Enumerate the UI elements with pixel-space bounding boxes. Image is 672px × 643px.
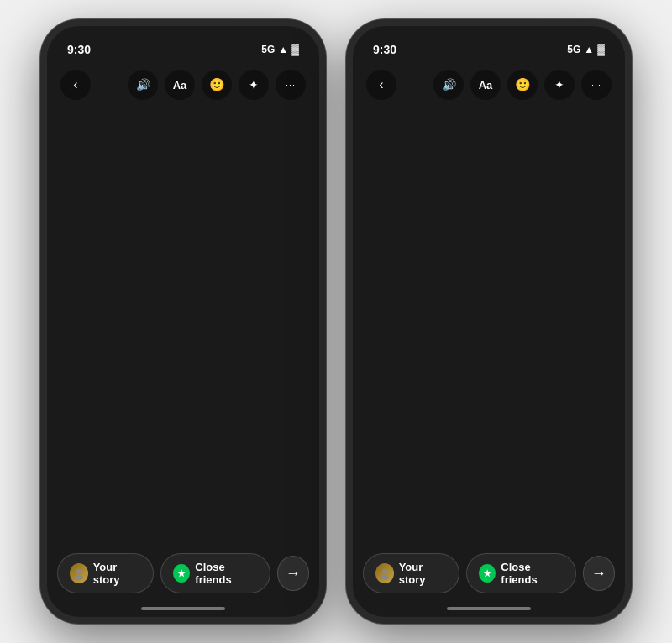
camera-notch-right: [477, 33, 501, 41]
camera-notch-left: [171, 33, 195, 41]
phone-screen-left: 9:30 5G ▲ ▓ ‹ 🔊 Aa 🙂: [47, 26, 319, 617]
your-story-button-left[interactable]: Your story: [57, 553, 154, 593]
green-circle-left: ★: [173, 564, 190, 583]
more-icon-left: ···: [286, 80, 296, 90]
emoji-icon-right: 🙂: [515, 77, 531, 92]
flower-background-left: [47, 26, 319, 617]
send-button-left[interactable]: →: [277, 556, 309, 591]
back-button-left[interactable]: ‹: [60, 70, 91, 100]
sound-button-right[interactable]: 🔊: [433, 70, 464, 100]
status-time-left: 9:30: [67, 43, 91, 56]
flower-background-right: [353, 26, 625, 617]
svg-point-3: [381, 575, 389, 580]
status-time-right: 9:30: [373, 43, 396, 56]
text-icon-right: Aa: [479, 79, 493, 91]
wifi-icon-left: ▲: [278, 44, 288, 55]
more-button-right[interactable]: ···: [581, 70, 612, 100]
emoji-button-right[interactable]: 🙂: [507, 70, 538, 100]
text-button-right[interactable]: Aa: [470, 70, 501, 100]
effects-icon-left: ✦: [249, 78, 259, 91]
back-button-right[interactable]: ‹: [366, 70, 396, 100]
more-icon-right: ···: [591, 80, 601, 90]
close-friends-label-right: Close friends: [501, 561, 563, 586]
send-button-right[interactable]: →: [583, 556, 615, 591]
text-button-left[interactable]: Aa: [165, 70, 195, 100]
text-icon-left: Aa: [173, 79, 187, 91]
flower-art-right: [353, 26, 625, 617]
dark-overlay-left: [47, 26, 319, 617]
svg-point-2: [382, 569, 387, 574]
phone-left: 9:30 5G ▲ ▓ ‹ 🔊 Aa 🙂: [40, 19, 326, 624]
avatar-left: [70, 563, 88, 583]
emoji-button-left[interactable]: 🙂: [202, 70, 232, 100]
toolbar-left: ‹ 🔊 Aa 🙂 ✦ ···: [47, 63, 319, 107]
svg-point-1: [75, 575, 83, 580]
close-friends-button-right[interactable]: ★ Close friends: [466, 553, 575, 593]
arrow-icon-right: →: [591, 565, 606, 583]
bottom-bar-left: Your story ★ Close friends →: [47, 553, 319, 593]
battery-icon-left: ▓: [291, 44, 299, 55]
back-icon-left: ‹: [73, 77, 77, 92]
arrow-icon-left: →: [286, 565, 301, 583]
more-button-left[interactable]: ···: [276, 70, 306, 100]
phone-right: 9:30 5G ▲ ▓ ‹ 🔊 Aa 🙂: [346, 19, 632, 624]
your-story-label-left: Your story: [93, 561, 142, 586]
effects-button-right[interactable]: ✦: [544, 70, 575, 100]
avatar-right: [375, 563, 394, 583]
effects-button-left[interactable]: ✦: [239, 70, 269, 100]
status-bar-right: 9:30 5G ▲ ▓: [353, 26, 625, 63]
status-bar-left: 9:30 5G ▲ ▓: [47, 26, 319, 63]
star-icon-right: ★: [483, 568, 491, 579]
green-circle-right: ★: [479, 564, 496, 583]
signal-icon-left: 5G: [261, 44, 275, 55]
close-friends-label-left: Close friends: [195, 561, 257, 586]
emoji-icon-left: 🙂: [209, 77, 225, 92]
back-icon-right: ‹: [379, 77, 383, 92]
home-indicator-left: [141, 607, 225, 610]
effects-icon-right: ✦: [554, 78, 564, 91]
your-story-label-right: Your story: [399, 561, 448, 586]
sound-button-left[interactable]: 🔊: [128, 70, 158, 100]
wifi-icon-right: ▲: [584, 44, 594, 55]
phone-screen-right: 9:30 5G ▲ ▓ ‹ 🔊 Aa 🙂: [353, 26, 625, 617]
sound-icon-left: 🔊: [136, 78, 150, 91]
tool-group-right: 🔊 Aa 🙂 ✦ ···: [433, 70, 612, 100]
close-friends-button-left[interactable]: ★ Close friends: [160, 553, 270, 593]
status-icons-left: 5G ▲ ▓: [261, 44, 299, 55]
your-story-button-right[interactable]: Your story: [363, 553, 459, 593]
tool-group-left: 🔊 Aa 🙂 ✦ ···: [128, 70, 306, 100]
battery-icon-right: ▓: [597, 44, 605, 55]
sound-icon-right: 🔊: [442, 78, 456, 91]
svg-point-0: [76, 569, 81, 574]
star-icon-left: ★: [177, 568, 186, 579]
toolbar-right: ‹ 🔊 Aa 🙂 ✦ ···: [353, 63, 625, 107]
status-icons-right: 5G ▲ ▓: [567, 44, 605, 55]
home-indicator-right: [447, 607, 531, 610]
bottom-bar-right: Your story ★ Close friends →: [353, 553, 625, 593]
signal-icon-right: 5G: [567, 44, 580, 55]
